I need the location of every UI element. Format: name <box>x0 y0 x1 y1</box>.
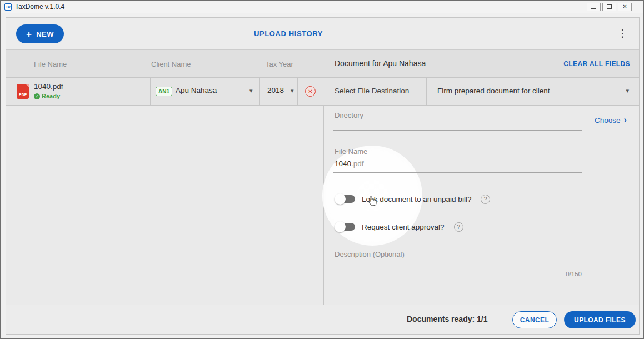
file-status-label: Ready <box>42 93 60 99</box>
client-approval-toggle[interactable] <box>335 221 355 232</box>
check-icon: ✓ <box>34 93 40 99</box>
close-icon: ✕ <box>622 4 627 9</box>
restore-icon <box>607 4 612 9</box>
file-name-text: 1040.pdf <box>34 82 63 91</box>
file-name-input[interactable]: 1040.pdf <box>335 159 364 168</box>
client-badge: AN1 <box>156 87 172 96</box>
description-input[interactable] <box>333 267 582 267</box>
file-status: ✓ Ready <box>34 93 60 99</box>
table-header: File Name Client Name Tax Year Document … <box>6 50 639 78</box>
kebab-menu-icon[interactable]: ⋮ <box>617 27 628 39</box>
tax-year-value: 2018 <box>267 86 284 94</box>
approval-help-icon[interactable]: ? <box>454 222 463 232</box>
title-bar: TD TaxDome v.1.0.4 ✕ <box>1 1 643 13</box>
cancel-button[interactable]: CANCEL <box>512 311 557 328</box>
new-button-label: NEW <box>36 30 54 38</box>
approval-toggle-label: Request client approval? <box>362 223 445 231</box>
app-window: TD TaxDome v.1.0.4 ✕ + NEW UPLOAD HISTOR… <box>0 0 644 339</box>
toolbar: + NEW UPLOAD HISTORY ⋮ <box>6 18 639 50</box>
description-label: Description (Optional) <box>335 250 405 258</box>
destination-select[interactable]: Firm prepared document for client <box>437 87 550 95</box>
restore-button[interactable] <box>602 3 616 11</box>
pdf-file-icon: PDF <box>17 84 29 99</box>
file-extension: .pdf <box>351 159 364 168</box>
plus-icon: + <box>26 29 32 39</box>
documents-ready-text: Documents ready: 1/1 <box>407 315 488 323</box>
destination-label: Select File Destination <box>335 87 409 95</box>
destination-caret-icon[interactable]: ▾ <box>626 87 629 94</box>
upload-history-link[interactable]: UPLOAD HISTORY <box>254 29 323 38</box>
choose-directory-link[interactable]: Choose › <box>595 116 627 124</box>
footer-bar: Documents ready: 1/1 CANCEL UPLOAD FILES <box>6 305 639 334</box>
minimize-button[interactable] <box>587 3 601 11</box>
file-row: PDF 1040.pdf ✓ Ready AN1 Apu Nahasa ▾ 20… <box>6 78 639 106</box>
file-name-field-label: File Name <box>335 147 367 156</box>
app-logo-icon: TD <box>4 3 12 11</box>
column-header-file-name: File Name <box>34 60 67 68</box>
client-name-value: Apu Nahasa <box>176 86 217 94</box>
file-name-input-value: 1040 <box>335 159 351 168</box>
file-name-underline <box>333 172 582 173</box>
panel-title: Document for Apu Nahasa <box>335 59 426 68</box>
toggle-knob <box>335 221 346 232</box>
toggle-knob <box>335 193 346 205</box>
clear-all-fields-link[interactable]: CLEAR ALL FIELDS <box>563 60 630 68</box>
lock-toggle-label: Lock document to an unpaid bill? <box>362 195 471 203</box>
cell-divider <box>297 78 298 106</box>
lock-help-icon[interactable]: ? <box>481 195 490 204</box>
cell-divider <box>426 78 427 106</box>
lock-toggle-row: Lock document to an unpaid bill? ? <box>335 193 490 205</box>
character-counter: 0/150 <box>333 271 582 277</box>
directory-input[interactable] <box>333 130 582 131</box>
approval-toggle-row: Request client approval? ? <box>335 221 463 232</box>
choose-label: Choose <box>595 116 621 124</box>
lock-document-toggle[interactable] <box>335 193 355 205</box>
window-controls: ✕ <box>587 3 640 11</box>
client-dropdown-caret-icon[interactable]: ▾ <box>249 87 253 94</box>
chevron-right-icon: › <box>624 116 627 124</box>
close-button[interactable]: ✕ <box>618 3 632 11</box>
column-header-tax-year: Tax Year <box>266 60 293 68</box>
cell-divider <box>150 78 151 106</box>
upload-files-button[interactable]: UPLOAD FILES <box>564 311 636 328</box>
cell-divider <box>259 78 260 106</box>
column-header-client-name: Client Name <box>151 60 191 68</box>
directory-label: Directory <box>335 111 363 119</box>
tax-year-dropdown-caret-icon[interactable]: ▾ <box>291 87 294 94</box>
new-button[interactable]: + NEW <box>16 24 64 43</box>
remove-file-icon[interactable]: ✕ <box>305 86 316 97</box>
upload-dialog: + NEW UPLOAD HISTORY ⋮ File Name Client … <box>6 17 640 335</box>
window-title: TaxDome v.1.0.4 <box>15 3 64 11</box>
minimize-icon <box>591 8 596 9</box>
